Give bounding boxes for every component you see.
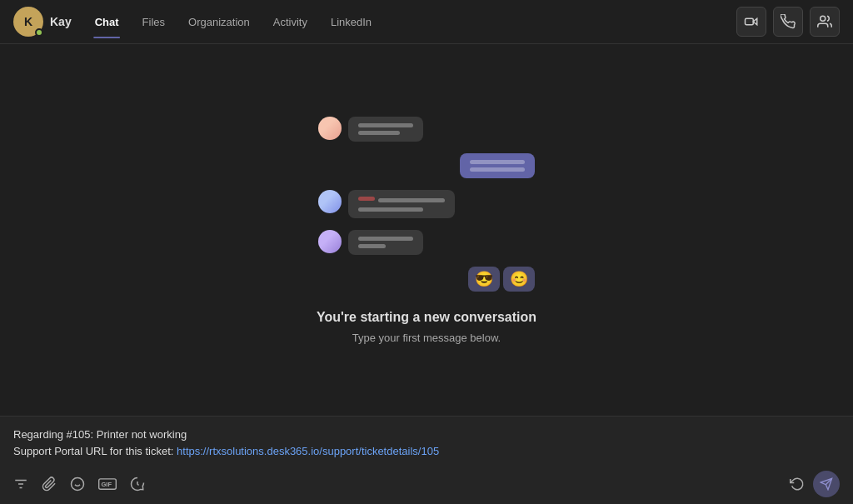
people-icon: [817, 14, 832, 29]
illus-avatar-3: [318, 230, 342, 253]
tab-organization[interactable]: Organization: [178, 11, 260, 33]
nav-tabs: Chat Files Organization Activity LinkedI…: [85, 11, 736, 33]
compose-area[interactable]: Regarding #105: Printer not working Supp…: [0, 416, 853, 504]
toolbar-right: [790, 471, 840, 497]
illus-bubble-2: [460, 153, 535, 178]
illustration-msg-3: [318, 190, 535, 218]
illustration-msg-4: [318, 230, 535, 255]
illustration-msg-2: [318, 153, 535, 178]
compose-text: Regarding #105: Printer not working Supp…: [13, 427, 840, 459]
audio-call-button[interactable]: [773, 7, 803, 37]
illus-bubble-1: [348, 117, 423, 142]
svg-point-2: [821, 16, 826, 21]
avatar[interactable]: K: [13, 7, 43, 37]
compose-line1: Regarding #105: Printer not working: [13, 428, 187, 441]
user-name: Kay: [50, 15, 72, 28]
tab-chat[interactable]: Chat: [85, 11, 129, 33]
new-conversation-title: You're starting a new conversation: [317, 310, 536, 325]
chat-illustration: 😎 😊 You're starting a new conversation T…: [0, 44, 853, 416]
illus-bubble-3: [348, 190, 455, 218]
loop-icon: [790, 477, 805, 492]
emoji-2: 😊: [503, 267, 535, 292]
tab-linkedin[interactable]: LinkedIn: [321, 11, 382, 33]
illustration-emoji-row: 😎 😊: [318, 267, 535, 292]
emoji-1: 😎: [468, 267, 500, 292]
send-button[interactable]: [813, 471, 840, 497]
attach-icon: [42, 477, 57, 492]
send-icon: [820, 477, 833, 491]
format-icon: [13, 477, 28, 492]
toolbar-left: GIF: [13, 477, 790, 492]
compose-link[interactable]: https://rtxsolutions.desk365.io/support/…: [177, 445, 439, 457]
illustration-container: 😎 😊: [318, 117, 535, 283]
sticker-icon: [130, 477, 145, 492]
illustration-msg-1: [318, 117, 535, 142]
main-content: 😎 😊 You're starting a new conversation T…: [0, 44, 853, 504]
svg-text:GIF: GIF: [101, 481, 112, 488]
emoji-icon: [70, 477, 85, 492]
app-header: K Kay Chat Files Organization Activity L…: [0, 0, 853, 44]
attach-button[interactable]: [42, 477, 57, 492]
tab-files[interactable]: Files: [132, 11, 175, 33]
svg-rect-0: [746, 18, 754, 25]
new-conversation-subtitle: Type your first message below.: [352, 332, 501, 344]
status-indicator: [35, 28, 43, 37]
header-actions: [736, 7, 840, 37]
emoji-button[interactable]: [70, 477, 85, 492]
svg-point-4: [72, 478, 84, 491]
gif-icon: GIF: [98, 477, 117, 492]
tab-activity[interactable]: Activity: [263, 11, 317, 33]
gif-button[interactable]: GIF: [98, 477, 117, 492]
illus-avatar-1: [318, 117, 342, 140]
sticker-button[interactable]: [130, 477, 145, 492]
compose-line2-prefix: Support Portal URL for this ticket:: [13, 445, 177, 457]
loop-button[interactable]: [790, 477, 805, 492]
format-button[interactable]: [13, 477, 28, 492]
video-call-button[interactable]: [736, 7, 766, 37]
illus-bubble-4: [348, 230, 423, 255]
illus-avatar-2: [318, 190, 342, 213]
people-button[interactable]: [810, 7, 840, 37]
video-icon: [744, 14, 759, 29]
compose-toolbar: GIF: [13, 466, 840, 497]
phone-icon: [781, 14, 796, 29]
